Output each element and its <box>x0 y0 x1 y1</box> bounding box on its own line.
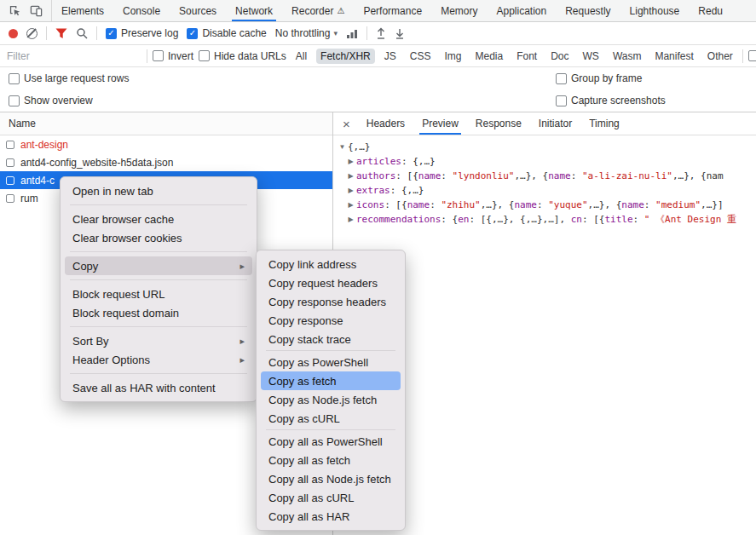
menu-item-copy-as-nodejs-fetch[interactable]: Copy as Node.js fetch <box>261 390 401 409</box>
filter-type-media[interactable]: Media <box>470 49 507 64</box>
name-column-header[interactable]: Name <box>0 112 332 135</box>
tree-node-root[interactable]: ▼ {,…} <box>335 140 754 154</box>
menu-item-open-in-new-tab[interactable]: Open in new tab <box>65 181 252 200</box>
close-details-icon[interactable]: × <box>335 112 358 135</box>
tree-collapsed-icon[interactable]: ▶ <box>345 212 356 227</box>
tree-collapsed-icon[interactable]: ▶ <box>345 169 356 183</box>
group-by-frame-checkbox[interactable]: Group by frame <box>556 72 642 84</box>
dropdown-caret-icon: ▾ <box>333 29 338 37</box>
filter-type-ws[interactable]: WS <box>579 49 603 64</box>
check-icon: ✓ <box>107 29 114 37</box>
export-har-icon[interactable] <box>395 27 405 39</box>
menu-item-clear-browser-cache[interactable]: Clear browser cache <box>65 210 252 228</box>
tab-network[interactable]: Network <box>226 0 282 21</box>
filter-type-css[interactable]: CSS <box>406 49 436 64</box>
menu-item-copy-as-powershell[interactable]: Copy as PowerShell <box>261 353 401 371</box>
menu-item-copy-response-headers[interactable]: Copy response headers <box>261 292 401 311</box>
tab-redux[interactable]: Redu <box>689 0 732 21</box>
tree-collapsed-icon[interactable]: ▶ <box>345 183 356 198</box>
tab-application[interactable]: Application <box>487 0 556 21</box>
menu-item-copy-request-headers[interactable]: Copy request headers <box>261 273 401 292</box>
request-row[interactable]: antd4-config_website-h5data.json <box>0 153 332 171</box>
tab-recorder[interactable]: Recorder ⚠ <box>282 0 354 21</box>
menu-divider <box>70 251 247 252</box>
menu-item-copy-as-fetch[interactable]: Copy as fetch <box>261 371 401 390</box>
hide-data-urls-checkbox[interactable]: Hide data URLs <box>199 50 286 62</box>
menu-item-save-all-as-har[interactable]: Save all as HAR with content <box>65 378 252 397</box>
menu-item-clear-browser-cookies[interactable]: Clear browser cookies <box>65 228 252 247</box>
menu-item-copy-stack-trace[interactable]: Copy stack trace <box>261 330 401 348</box>
record-button[interactable] <box>9 29 18 38</box>
checkbox-unchecked <box>9 95 20 106</box>
tree-node-recommendations[interactable]: ▶ recommendations: {en: [{,…}, {,…},…], … <box>335 212 754 227</box>
menu-item-copy-all-as-har[interactable]: Copy all as HAR <box>261 507 401 526</box>
tree-node-authors[interactable]: ▶ authors: [{name: "lyndonliu",…}, {name… <box>335 169 754 183</box>
filter-type-js[interactable]: JS <box>380 49 401 64</box>
menu-item-copy[interactable]: Copy ▸ <box>65 256 252 275</box>
menu-item-block-request-url[interactable]: Block request URL <box>65 285 252 303</box>
menu-item-copy-as-curl[interactable]: Copy as cURL <box>261 409 401 428</box>
tree-node-articles[interactable]: ▶ articles: {,…} <box>335 154 754 169</box>
network-filter-bar: Invert Hide data URLs All Fetch/XHR JS C… <box>0 45 756 67</box>
request-row[interactable]: ant-design <box>0 135 332 153</box>
menu-item-copy-link-address[interactable]: Copy link address <box>261 255 401 273</box>
tab-memory[interactable]: Memory <box>431 0 487 21</box>
filter-type-doc[interactable]: Doc <box>546 49 573 64</box>
filter-type-other[interactable]: Other <box>703 49 737 64</box>
filter-type-all[interactable]: All <box>291 49 311 64</box>
tree-expanded-icon[interactable]: ▼ <box>337 140 348 154</box>
menu-item-block-request-domain[interactable]: Block request domain <box>65 303 252 322</box>
tab-headers[interactable]: Headers <box>358 112 413 135</box>
disable-cache-checkbox[interactable]: ✓ Disable cache <box>187 27 266 39</box>
tab-lighthouse[interactable]: Lighthouse <box>620 0 690 21</box>
inspect-element-icon[interactable] <box>9 4 21 17</box>
import-har-icon[interactable] <box>376 27 386 39</box>
show-overview-checkbox[interactable]: Show overview <box>9 95 93 106</box>
filter-icon[interactable] <box>55 28 67 39</box>
tree-collapsed-icon[interactable]: ▶ <box>345 198 356 212</box>
filter-input[interactable] <box>7 50 141 62</box>
tab-timing[interactable]: Timing <box>580 112 628 135</box>
menu-item-copy-all-as-curl[interactable]: Copy all as cURL <box>261 488 401 507</box>
filter-type-img[interactable]: Img <box>440 49 465 64</box>
tab-preview[interactable]: Preview <box>413 112 467 135</box>
filter-type-wasm[interactable]: Wasm <box>609 49 646 64</box>
device-toolbar-icon[interactable] <box>30 4 43 17</box>
menu-item-sort-by[interactable]: Sort By ▸ <box>65 331 252 350</box>
use-large-request-rows-checkbox[interactable]: Use large request rows <box>9 72 129 84</box>
checkbox-unchecked <box>153 50 164 61</box>
menu-item-copy-all-as-powershell[interactable]: Copy all as PowerShell <box>261 432 401 451</box>
filter-type-fetch-xhr[interactable]: Fetch/XHR <box>316 49 375 64</box>
tree-node-extras[interactable]: ▶ extras: {,…} <box>335 183 754 198</box>
tab-performance[interactable]: Performance <box>354 0 431 21</box>
throttling-select[interactable]: No throttling ▾ <box>275 27 338 39</box>
tab-elements[interactable]: Elements <box>52 0 113 21</box>
row-checkbox[interactable] <box>6 176 14 185</box>
tree-node-text: extras: {,…} <box>356 183 424 198</box>
row-checkbox[interactable] <box>6 158 14 167</box>
capture-screenshots-checkbox[interactable]: Capture screenshots <box>556 95 666 106</box>
menu-item-copy-response[interactable]: Copy response <box>261 311 401 330</box>
has-blocked-cookies-checkbox[interactable]: Has block <box>748 50 756 62</box>
row-checkbox[interactable] <box>6 194 14 203</box>
checkbox-label: Hide data URLs <box>214 50 286 62</box>
preserve-log-checkbox[interactable]: ✓ Preserve log <box>106 27 178 39</box>
invert-checkbox[interactable]: Invert <box>153 50 193 62</box>
tab-console[interactable]: Console <box>113 0 170 21</box>
menu-item-header-options[interactable]: Header Options ▸ <box>65 350 252 369</box>
filter-type-font[interactable]: Font <box>512 49 541 64</box>
tab-response[interactable]: Response <box>467 112 530 135</box>
network-conditions-icon[interactable] <box>346 28 358 38</box>
tree-collapsed-icon[interactable]: ▶ <box>345 154 356 169</box>
tab-sources[interactable]: Sources <box>170 0 226 21</box>
tab-initiator[interactable]: Initiator <box>530 112 580 135</box>
search-icon[interactable] <box>76 27 88 39</box>
clear-network-log-icon[interactable] <box>26 28 38 39</box>
checkbox-unchecked <box>748 50 756 61</box>
menu-item-copy-all-as-fetch[interactable]: Copy all as fetch <box>261 451 401 469</box>
tab-requestly[interactable]: Requestly <box>556 0 620 21</box>
filter-type-manifest[interactable]: Manifest <box>650 49 697 64</box>
row-checkbox[interactable] <box>6 141 14 149</box>
tree-node-icons[interactable]: ▶ icons: [{name: "zhihu",…}, {name: "yuq… <box>335 198 754 212</box>
menu-item-copy-all-as-nodejs-fetch[interactable]: Copy all as Node.js fetch <box>261 469 401 488</box>
